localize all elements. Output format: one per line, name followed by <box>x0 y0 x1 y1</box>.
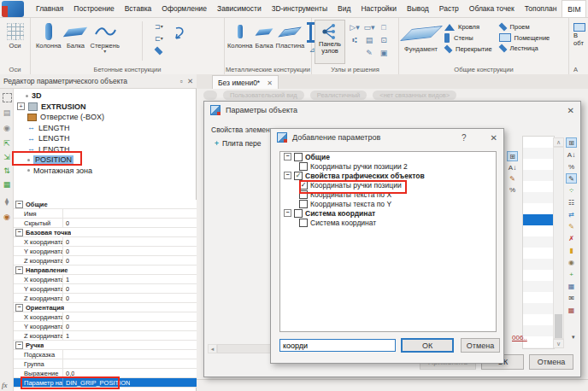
dialog-close-icon[interactable]: ✕ <box>491 133 497 143</box>
tree-item-length-2[interactable]: ↔ LENGTH <box>14 133 210 144</box>
section-expander-icon[interactable]: − <box>15 229 23 236</box>
nodes-panel-button[interactable]: Панель узлов <box>315 20 345 64</box>
cancel-button[interactable]: Отмена <box>461 338 500 353</box>
settings-icon[interactable]: ⁘ <box>566 185 577 196</box>
section-expander-icon[interactable]: − <box>15 201 23 208</box>
rebar-blob-button[interactable] <box>150 45 168 55</box>
frame-tool-icon[interactable]: □ <box>377 21 391 33</box>
properties-list[interactable] <box>522 136 555 349</box>
property-value[interactable]: 0 <box>63 219 69 227</box>
add-row-icon[interactable]: + <box>566 269 577 279</box>
param-checkbox[interactable]: ✓ <box>294 153 303 161</box>
metal-beam-button[interactable]: Балка <box>255 20 273 50</box>
floor-slab-button[interactable]: Перекрытие <box>444 45 492 53</box>
property-value[interactable]: 0 <box>63 285 69 293</box>
edit-pencil-icon[interactable]: ✎ <box>566 221 577 231</box>
property-row[interactable]: − Y координата 0 <box>14 247 197 256</box>
view-pill[interactable]: <нет связанных видов> <box>373 90 456 100</box>
concrete-rod-button[interactable]: Стержень ▾ <box>90 20 119 54</box>
render-icon[interactable]: ◉ <box>2 212 12 222</box>
dropdown-icon[interactable]: ▾ <box>103 50 106 54</box>
param-checkbox[interactable]: ✓ <box>294 209 303 218</box>
vertical-scrollbar[interactable] <box>553 147 564 339</box>
param-tree-row[interactable]: − ✓ Координаты ручки позиции 2 <box>280 161 496 171</box>
property-row[interactable]: − Y координата 0 <box>14 284 197 294</box>
stairs-button[interactable]: Лестница <box>499 44 550 52</box>
bottom-value-link[interactable]: 006.. <box>512 334 527 341</box>
dialog-title-bar[interactable]: Добавление параметров ? ✕ <box>271 129 503 146</box>
property-row[interactable]: − Подсказка <box>14 350 197 359</box>
table-icon[interactable]: ▦ <box>566 281 577 291</box>
param-tree-row[interactable]: − ✓ Система координат <box>280 208 496 218</box>
sort-az-icon[interactable]: А↓ <box>507 162 518 172</box>
element-tree-item[interactable]: + Плита пере <box>215 139 261 148</box>
property-value[interactable]: 0 <box>63 257 69 265</box>
expander-icon[interactable]: − <box>284 153 291 160</box>
property-value[interactable]: 0 <box>63 238 69 246</box>
dialog-close-icon[interactable]: ✕ <box>567 106 574 115</box>
property-row[interactable]: − Ручка <box>14 341 197 350</box>
expander-icon[interactable]: − <box>284 172 291 179</box>
property-row[interactable]: − X координата 0 <box>14 237 197 247</box>
concrete-beam-button[interactable]: Балка <box>66 20 85 50</box>
ribbon-tab[interactable]: Зависимости <box>212 0 267 17</box>
roof-button[interactable]: Кровля <box>444 23 492 31</box>
lock-icon[interactable]: ▮ <box>566 245 577 255</box>
app-logo-icon[interactable] <box>2 1 24 17</box>
property-value[interactable]: 0 <box>63 295 69 302</box>
ribbon-tab[interactable]: Оформление <box>156 0 212 17</box>
rebar-shape2-button[interactable]: ⊏ ▾ <box>150 33 168 44</box>
property-row[interactable]: − Y координата 0 <box>14 322 197 331</box>
property-row[interactable]: − X координата 0 <box>14 312 197 322</box>
property-value[interactable]: 0 <box>63 313 69 321</box>
expander-icon[interactable]: + <box>17 102 25 110</box>
property-row[interactable]: − Имя <box>14 209 197 219</box>
ribbon-tab[interactable]: Топоплан <box>520 0 562 17</box>
join-tool-icon[interactable]: ⑆ <box>348 34 362 46</box>
property-value[interactable]: 0 <box>63 323 69 330</box>
room-button[interactable]: Помещение <box>499 33 550 42</box>
ribbon-tab[interactable]: Вид <box>332 0 356 17</box>
opening-button[interactable]: Проем <box>499 23 550 31</box>
mail-check-icon[interactable]: ✉ <box>566 293 577 303</box>
export-icon[interactable]: ▤ <box>2 108 12 118</box>
edit-values-icon[interactable]: ✎ <box>507 173 518 184</box>
scrollbar-thumb[interactable] <box>555 314 562 338</box>
property-row[interactable]: − Скрытый 0 <box>14 219 197 228</box>
ribbon-tab[interactable]: BIM <box>562 0 586 17</box>
combo-dropdown-icon[interactable]: ▾ <box>572 334 575 341</box>
categorize-icon[interactable]: ⊞ <box>566 137 577 148</box>
ribbon-tab[interactable]: Настройки <box>356 0 402 17</box>
ribbon-tab[interactable]: Вывод <box>402 0 434 17</box>
metal-plate-button[interactable]: Пластина <box>276 20 305 50</box>
scroll-down-icon[interactable]: ∨ <box>553 339 564 348</box>
hook-icon[interactable] <box>173 25 188 45</box>
property-row[interactable]: − Общие <box>14 200 197 209</box>
categorize-icon[interactable]: ⊞ <box>507 151 518 161</box>
expander-icon[interactable]: − <box>284 209 291 217</box>
metal-column-button[interactable]: Колонна <box>227 20 252 50</box>
tree-item-hole[interactable]: Отверстие (-BOX) <box>14 112 210 123</box>
param-checkbox[interactable]: ✓ <box>299 219 308 227</box>
copy-frame-tool-icon[interactable]: ⊡ <box>377 34 391 46</box>
ribbon-tab[interactable]: Растр <box>434 0 464 17</box>
edit-icon[interactable]: ✎ <box>566 173 577 184</box>
property-row[interactable]: − Направление <box>14 266 197 275</box>
clipped-tool-icon[interactable] <box>573 23 585 32</box>
property-value[interactable]: 0 <box>63 248 69 255</box>
ribbon-tab[interactable]: Построение <box>68 0 119 17</box>
percent-icon[interactable]: % <box>507 184 518 195</box>
property-row[interactable]: − Z координата 0 <box>14 256 197 266</box>
edit-tool-icon[interactable]: ✎ <box>362 47 376 59</box>
concrete-column-button[interactable]: Колонна <box>36 20 61 50</box>
ribbon-tab[interactable]: Вставка <box>120 0 157 17</box>
param-tree-row[interactable]: − ✓ Общие <box>280 152 496 161</box>
select-icon[interactable] <box>2 92 12 102</box>
section-expander-icon[interactable]: − <box>15 304 23 312</box>
section-expander-icon[interactable]: − <box>15 341 23 349</box>
tree-item-length-1[interactable]: ↔ LENGTH <box>14 123 210 134</box>
cancel-button[interactable]: Отмена <box>529 354 573 370</box>
preview-icon[interactable]: ◉ <box>566 257 577 267</box>
screen-tool-icon[interactable]: ▭▾ <box>362 21 376 33</box>
table-delete-icon[interactable]: ▦ <box>566 305 577 315</box>
